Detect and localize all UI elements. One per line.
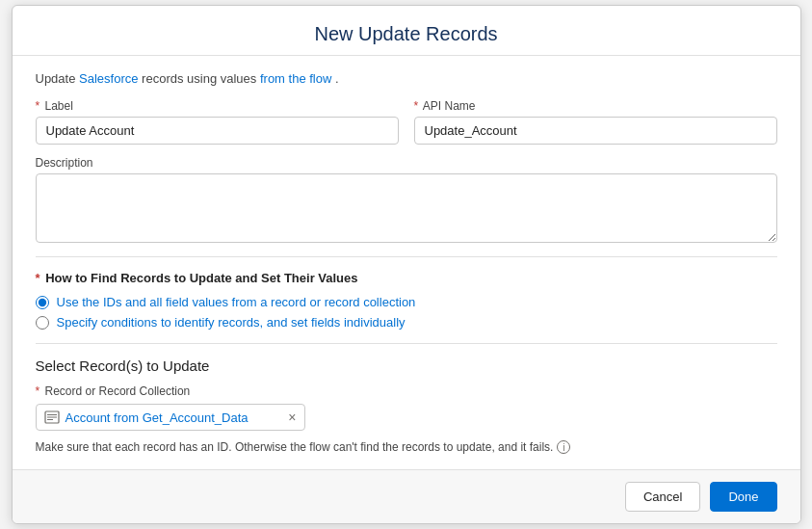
info-text-content: Make sure that each record has an ID. Ot… <box>36 440 554 454</box>
record-collection-label: * Record or Record Collection <box>36 384 191 398</box>
record-collection-area: * Record or Record Collection <box>36 384 777 431</box>
cancel-button[interactable]: Cancel <box>625 482 700 512</box>
desc-text-end: . <box>335 71 339 86</box>
salesforce-link[interactable]: Salesforce <box>79 71 138 86</box>
info-text-part1: Make sure that each record has an ID. Ot… <box>36 440 554 454</box>
desc-text-middle: records using values <box>142 71 260 86</box>
label-required-star: * <box>36 99 40 113</box>
find-records-section: * How to Find Records to Update and Set … <box>36 271 777 330</box>
api-name-field-label: * API Name <box>414 99 777 113</box>
radio-option-2[interactable]: Specify conditions to identify records, … <box>36 315 777 330</box>
select-records-heading: Select Record(s) to Update <box>36 357 777 374</box>
label-input[interactable] <box>36 117 399 145</box>
radio-label-1: Use the IDs and all field values from a … <box>57 295 416 309</box>
pill-text: Account from Get_Account_Data <box>65 410 283 425</box>
find-records-heading: * How to Find Records to Update and Set … <box>36 271 777 285</box>
modal-body: Update Salesforce records using values f… <box>13 56 800 469</box>
pill-container: Account from Get_Account_Data × <box>36 404 305 431</box>
api-name-group: * API Name <box>414 99 777 145</box>
description-text: Update Salesforce records using values f… <box>36 71 777 86</box>
label-field-label: * Label <box>36 99 399 113</box>
description-label: Description <box>36 156 777 170</box>
section-divider-1 <box>36 256 777 257</box>
modal-header: New Update Records <box>13 6 800 56</box>
section-divider-2 <box>36 343 777 344</box>
from-flow-link[interactable]: from the flow <box>260 71 331 86</box>
radio-option-1[interactable]: Use the IDs and all field values from a … <box>36 295 777 309</box>
pill-close-button[interactable]: × <box>288 410 296 424</box>
info-text-row: Make sure that each record has an ID. Ot… <box>36 440 777 454</box>
label-api-row: * Label * API Name <box>36 99 777 145</box>
radio-input-1[interactable] <box>36 296 49 309</box>
info-icon-button[interactable]: i <box>557 440 570 454</box>
select-records-section: Select Record(s) to Update * Record or R… <box>36 357 777 454</box>
radio-label-2: Specify conditions to identify records, … <box>57 315 406 330</box>
new-update-records-modal: New Update Records Update Salesforce rec… <box>12 5 801 524</box>
find-required-star: * <box>36 271 40 285</box>
desc-text-before-link1: Update <box>36 71 80 86</box>
api-name-input[interactable] <box>414 117 777 145</box>
pill-wrapper: Account from Get_Account_Data × <box>36 404 777 431</box>
modal-footer: Cancel Done <box>13 469 800 523</box>
record-icon <box>44 410 60 425</box>
modal-title: New Update Records <box>36 23 777 45</box>
done-button[interactable]: Done <box>710 482 776 512</box>
label-group: * Label <box>36 99 399 145</box>
description-group: Description <box>36 156 777 243</box>
record-required-star: * <box>36 384 40 398</box>
api-required-star: * <box>414 99 419 113</box>
radio-input-2[interactable] <box>36 316 49 330</box>
description-textarea[interactable] <box>36 173 777 243</box>
radio-group: Use the IDs and all field values from a … <box>36 295 777 330</box>
